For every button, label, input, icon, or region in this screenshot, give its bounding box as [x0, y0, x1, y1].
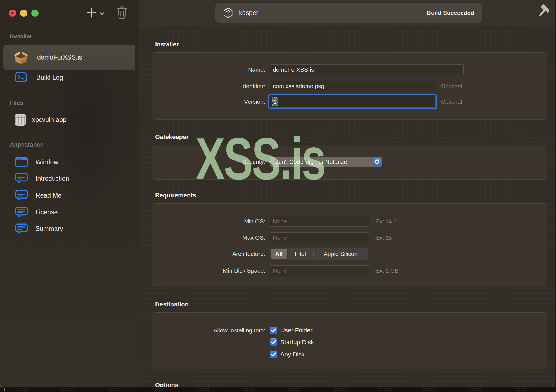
section-header-installer: Installer [155, 41, 179, 48]
sidebar-item-label: License [36, 206, 58, 219]
sidebar-item-label: demoForXSS.is [37, 45, 82, 70]
dock-tick [4, 388, 5, 391]
check-icon [270, 351, 277, 358]
user-folder-checkbox[interactable] [270, 327, 277, 334]
sidebar-section-files: Files [10, 100, 23, 106]
sidebar-item-demoforxss[interactable]: demoForXSS.is [3, 45, 135, 70]
close-button[interactable] [9, 10, 16, 17]
add-button[interactable] [86, 7, 110, 19]
segment-apple-silicon[interactable]: Apple Silicon [314, 248, 368, 260]
speech-bubble-icon [15, 223, 28, 235]
window-icon [15, 157, 28, 167]
hammer-icon [535, 3, 552, 20]
trash-icon [116, 6, 129, 20]
sidebar-section-installer: Installer [10, 33, 32, 40]
sidebar: Installer demoForXSS.is [0, 0, 139, 387]
package-cube-icon [223, 8, 233, 18]
project-name: kasper [239, 3, 258, 23]
sidebar-item-label: Introduction [36, 172, 69, 185]
name-input[interactable] [270, 64, 464, 75]
min-os-example: Ex: 14.1 [376, 216, 396, 227]
app-grid-icon [15, 114, 26, 126]
min-os-label: Min OS: [152, 216, 265, 227]
startup-disk-label: Startup Disk [280, 338, 314, 346]
build-status: Build Succeeded [427, 3, 474, 23]
sidebar-item-label: xpcvuln.app [32, 112, 67, 127]
version-input[interactable]: 1 [268, 94, 437, 109]
sidebar-item-label: Build Log [36, 70, 63, 84]
name-label: Name: [152, 64, 265, 75]
zoom-button[interactable] [31, 10, 39, 17]
speech-bubble-icon [15, 190, 28, 202]
identifier-label: Identifier: [152, 81, 265, 91]
architecture-label: Architecture: [152, 248, 265, 260]
min-os-input[interactable] [270, 216, 369, 227]
section-header-requirements: Requirements [155, 192, 196, 199]
min-disk-example: Ex: 1 GB [376, 265, 398, 276]
sidebar-item-license[interactable]: License [3, 206, 135, 219]
max-os-input[interactable] [270, 232, 369, 243]
sidebar-item-summary[interactable]: Summary [3, 222, 135, 235]
startup-disk-checkbox[interactable] [270, 338, 277, 346]
security-popup-value: Don't Code Sign or Notarize [270, 159, 347, 165]
identifier-input[interactable] [270, 81, 436, 91]
sidebar-item-label: Read Me [36, 189, 61, 202]
project-title-pill[interactable]: kasper Build Succeeded [215, 3, 482, 23]
sidebar-item-build-log[interactable]: Build Log [3, 70, 135, 84]
destination-group-box: Allow Installing Into: User Folder Start… [152, 312, 547, 369]
desktop-dock-strip [0, 387, 556, 392]
version-optional-note: Optional [441, 94, 462, 109]
toolbar: kasper Build Succeeded [139, 0, 556, 27]
user-folder-label: User Folder [280, 327, 313, 334]
requirements-group-box: Min OS: Ex: 14.1 Max OS: Ex: 15 Architec… [152, 203, 547, 287]
plus-icon [86, 8, 97, 18]
sidebar-item-label: Summary [36, 222, 63, 235]
check-icon [270, 327, 277, 334]
max-os-label: Max OS: [152, 232, 265, 243]
package-box-icon [12, 49, 30, 65]
trash-button[interactable] [116, 6, 129, 20]
section-header-gatekeeper: Gatekeeper [155, 133, 189, 141]
sidebar-section-appearance: Appearance [10, 141, 43, 148]
section-header-options: Options [155, 382, 178, 387]
popup-stepper-icon [373, 158, 381, 166]
app-window: Installer demoForXSS.is [0, 0, 556, 387]
section-header-destination: Destination [155, 301, 189, 308]
any-disk-checkbox[interactable] [270, 351, 277, 358]
sidebar-item-xpcvuln[interactable]: xpcvuln.app [3, 112, 135, 127]
min-disk-label: Min Disk Space: [152, 265, 265, 276]
screen: Installer demoForXSS.is [0, 0, 556, 392]
segment-all[interactable]: All [271, 249, 287, 259]
security-label: Security: [152, 157, 265, 167]
build-button[interactable] [535, 3, 552, 20]
architecture-segmented-control: All Intel Apple Silicon [270, 248, 368, 260]
identifier-optional-note: Optional [441, 81, 462, 91]
min-disk-input[interactable] [270, 265, 369, 276]
toolbar-divider [139, 27, 556, 27]
segment-intel[interactable]: Intel [287, 248, 313, 260]
terminal-icon [15, 72, 27, 82]
sidebar-item-label: Window [36, 155, 58, 169]
speech-bubble-icon [15, 207, 28, 218]
sidebar-item-read-me[interactable]: Read Me [3, 189, 135, 202]
check-icon [270, 338, 277, 346]
max-os-example: Ex: 15 [376, 232, 392, 243]
gatekeeper-group-box: Security: Don't Code Sign or Notarize [152, 145, 547, 180]
speech-bubble-icon [15, 173, 28, 185]
installer-group-box: Name: Identifier: Optional Version: 1 [152, 52, 547, 120]
version-selected-text: 1 [273, 98, 278, 106]
sidebar-item-introduction[interactable]: Introduction [3, 172, 135, 185]
sidebar-item-window[interactable]: Window [3, 155, 135, 169]
security-popup-button[interactable]: Don't Code Sign or Notarize [270, 157, 382, 167]
main-pane: kasper Build Succeeded [139, 0, 556, 387]
allow-installing-label: Allow Installing Into: [152, 327, 265, 334]
minimize-button[interactable] [20, 10, 27, 17]
version-label: Version: [152, 94, 265, 109]
content-scroll-area[interactable]: XSS.is Installer Name: Identifier: Optio… [139, 28, 556, 387]
any-disk-label: Any Disk [280, 351, 305, 358]
chevron-down-icon [100, 12, 105, 15]
